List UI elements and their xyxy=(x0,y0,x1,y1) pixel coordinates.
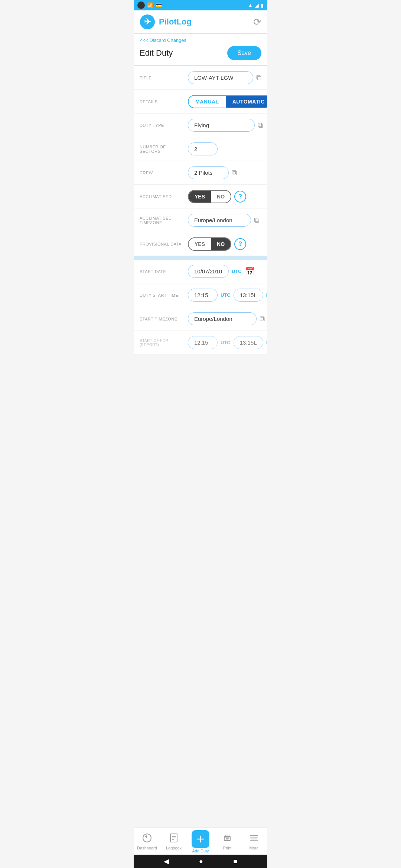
acclimatised-timezone-copy-icon[interactable]: ⧉ xyxy=(254,216,259,224)
start-fdp-label: START OF FDP (REPORT) xyxy=(140,339,188,347)
details-row: DETAILS MANUAL AUTOMATIC ? xyxy=(134,90,267,114)
start-fdp-row: START OF FDP (REPORT) UTC LOCAL ? xyxy=(134,331,267,355)
sectors-label: NUMBER OF SECTORS xyxy=(140,145,188,154)
app-title-text: PilotLog xyxy=(159,17,192,27)
duty-type-field-value: ⧉ xyxy=(188,119,263,132)
provisional-help-icon[interactable]: ? xyxy=(234,238,246,250)
sync-icon[interactable]: ⟳ xyxy=(253,16,261,28)
duty-type-copy-icon[interactable]: ⧉ xyxy=(258,121,263,129)
avatar xyxy=(137,1,145,9)
acclimatised-timezone-label: ACCLIMATISED TIMEZONE xyxy=(140,216,188,225)
start-date-row: START DATE UTC 📅 xyxy=(134,260,267,283)
duty-type-row: DUTY TYPE ⧉ xyxy=(134,114,267,137)
discard-changes-link[interactable]: <<< Discard Changes xyxy=(140,37,261,43)
crew-label: CREW xyxy=(140,171,188,175)
acclimatised-row: ACCLIMATISED YES NO ? xyxy=(134,185,267,208)
start-timezone-label: START TIMEZONE xyxy=(140,317,188,321)
wifi-icon: ▲ xyxy=(248,2,253,8)
acclimatised-no-btn[interactable]: NO xyxy=(211,191,231,203)
duty-start-time-label: DUTY START TIME xyxy=(140,293,188,297)
title-label: TITLE xyxy=(140,76,188,80)
sectors-input[interactable] xyxy=(188,142,218,155)
page-title: Edit Duty xyxy=(140,48,173,58)
start-date-field-value: UTC 📅 xyxy=(188,265,261,278)
start-date-input[interactable] xyxy=(188,265,229,278)
duty-start-utc-label: UTC xyxy=(221,292,231,298)
start-date-label: START DATE xyxy=(140,269,188,274)
title-input[interactable] xyxy=(188,71,253,84)
logo-icon: ✈ xyxy=(140,14,155,30)
duty-start-time-row: DUTY START TIME UTC LOCAL xyxy=(134,283,267,307)
app-logo: ✈ PilotLog xyxy=(140,14,192,30)
signal-icon: ◢ xyxy=(255,2,259,8)
details-automatic-btn[interactable]: AUTOMATIC xyxy=(226,96,267,108)
acclimatised-label: ACCLIMATISED xyxy=(140,194,188,199)
edit-header: <<< Discard Changes Edit Duty Save xyxy=(134,34,267,66)
duty-start-time-utc-input[interactable] xyxy=(188,289,218,302)
status-icons: ▲ ◢ ▮ xyxy=(248,2,264,8)
provisional-label: PROVISIONAL DATA xyxy=(140,242,188,246)
acclimatised-timezone-field-value: ⧉ xyxy=(188,214,261,227)
start-date-utc-badge: UTC xyxy=(232,269,242,274)
provisional-yes-btn[interactable]: YES xyxy=(189,238,211,250)
duty-start-time-local-input[interactable] xyxy=(234,289,263,302)
card-icon: 💳 xyxy=(156,2,162,8)
acclimatised-toggle-group: YES NO xyxy=(188,190,231,203)
acclimatised-timezone-row: ACCLIMATISED TIMEZONE ⧉ xyxy=(134,208,267,232)
sim-icon: 📶 xyxy=(147,2,153,8)
save-button[interactable]: Save xyxy=(227,46,261,60)
duty-type-input[interactable] xyxy=(188,119,255,132)
form-content-2: START DATE UTC 📅 DUTY START TIME UTC LOC… xyxy=(134,260,267,355)
acclimatised-timezone-input[interactable] xyxy=(188,214,251,227)
calendar-icon[interactable]: 📅 xyxy=(245,267,255,276)
start-fdp-local-input[interactable] xyxy=(234,336,263,349)
start-timezone-field-value: ⧉ xyxy=(188,312,265,325)
provisional-field-value: YES NO ? xyxy=(188,237,261,251)
details-toggle-group: MANUAL AUTOMATIC xyxy=(188,95,267,108)
title-copy-icon[interactable]: ⧉ xyxy=(256,73,261,82)
status-left: 📶 💳 xyxy=(137,1,162,9)
crew-copy-icon[interactable]: ⧉ xyxy=(232,168,237,177)
start-timezone-row: START TIMEZONE ⧉ xyxy=(134,307,267,331)
acclimatised-help-icon[interactable]: ? xyxy=(234,191,246,203)
sectors-row: NUMBER OF SECTORS xyxy=(134,137,267,161)
crew-row: CREW ⧉ xyxy=(134,161,267,185)
svg-text:✈: ✈ xyxy=(144,17,151,26)
provisional-toggle-group: YES NO xyxy=(188,237,231,251)
start-fdp-field-value: UTC LOCAL ? xyxy=(188,336,267,349)
app-header: ✈ PilotLog ⟳ xyxy=(134,10,267,34)
edit-title-row: Edit Duty Save xyxy=(140,46,261,60)
start-timezone-copy-icon[interactable]: ⧉ xyxy=(260,315,265,323)
start-timezone-input[interactable] xyxy=(188,312,257,325)
start-fdp-utc-input[interactable] xyxy=(188,336,218,349)
details-manual-btn[interactable]: MANUAL xyxy=(189,96,226,108)
title-row: TITLE ⧉ xyxy=(134,66,267,90)
crew-input[interactable] xyxy=(188,166,229,179)
form-content: TITLE ⧉ DETAILS MANUAL AUTOMATIC ? DUTY … xyxy=(134,66,267,256)
start-fdp-local-label: LOCAL xyxy=(266,340,267,345)
duty-start-time-field-value: UTC LOCAL xyxy=(188,289,267,302)
details-label: DETAILS xyxy=(140,99,188,104)
provisional-row: PROVISIONAL DATA YES NO ? xyxy=(134,232,267,256)
details-field-value: MANUAL AUTOMATIC ? xyxy=(188,95,267,108)
sectors-field-value xyxy=(188,142,261,155)
start-fdp-utc-label: UTC xyxy=(221,340,231,345)
acclimatised-field-value: YES NO ? xyxy=(188,190,261,203)
status-bar: 📶 💳 ▲ ◢ ▮ xyxy=(134,0,267,10)
title-field-value: ⧉ xyxy=(188,71,261,84)
acclimatised-yes-btn[interactable]: YES xyxy=(189,191,211,203)
section-divider xyxy=(134,256,267,260)
crew-field-value: ⧉ xyxy=(188,166,261,179)
battery-icon: ▮ xyxy=(261,2,264,8)
provisional-no-btn[interactable]: NO xyxy=(211,238,231,250)
duty-type-label: DUTY TYPE xyxy=(140,123,188,128)
duty-start-local-label: LOCAL xyxy=(266,292,267,298)
